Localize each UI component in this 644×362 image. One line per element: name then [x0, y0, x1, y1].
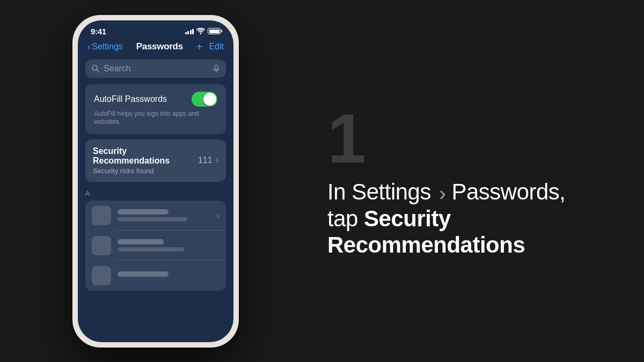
password-username [118, 247, 184, 252]
signal-bar-4 [192, 29, 194, 34]
autofill-description: AutoFill helps you sign into apps and we… [94, 110, 217, 127]
svg-line-1 [97, 70, 99, 72]
security-chevron-icon: › [216, 156, 218, 165]
instruction-text: In Settings › Passwords, tap Security Re… [327, 179, 617, 258]
password-details [118, 239, 219, 252]
phone-screen: 9:41 [78, 20, 233, 342]
mic-icon [213, 65, 219, 72]
password-chevron-icon: › [217, 211, 219, 220]
autofill-toggle[interactable] [192, 92, 217, 107]
signal-bar-3 [190, 30, 192, 34]
password-details [118, 271, 219, 279]
password-site-name [118, 271, 169, 277]
password-site-name [118, 209, 169, 215]
password-details [118, 209, 210, 221]
security-info: Security Recommendations Security risks … [93, 146, 198, 175]
phone-outer: 9:41 [72, 15, 239, 348]
instruction-line3: tap [327, 206, 364, 231]
search-icon [92, 65, 99, 72]
nav-edit-button[interactable]: Edit [209, 42, 224, 51]
nav-back-chevron-icon: ‹ [87, 42, 91, 51]
nav-title: Passwords [136, 41, 183, 52]
password-avatar [92, 266, 111, 285]
security-title: Security Recommendations [93, 146, 198, 166]
phone-notch [123, 20, 188, 35]
autofill-card: AutoFill Passwords AutoFill helps you si… [85, 84, 226, 134]
security-subtitle: Security risks found [93, 167, 198, 175]
password-avatar [92, 236, 111, 255]
password-item[interactable]: › [85, 201, 226, 231]
password-item[interactable] [85, 231, 226, 261]
search-container: Search [78, 57, 233, 84]
wifi-icon [196, 28, 205, 34]
section-header-a: A [78, 182, 233, 201]
autofill-row: AutoFill Passwords [94, 92, 217, 107]
password-avatar [92, 206, 111, 225]
svg-rect-2 [215, 65, 218, 69]
toggle-thumb [203, 93, 216, 106]
password-site-name [118, 239, 164, 245]
security-right: 111 › [198, 156, 218, 165]
instruction-line1: In Settings [327, 179, 437, 204]
nav-back-label: Settings [92, 42, 123, 51]
signal-bar-1 [185, 32, 187, 34]
nav-actions: + Edit [196, 41, 224, 52]
status-time: 9:41 [91, 27, 106, 36]
search-bar[interactable]: Search [85, 60, 226, 78]
battery-fill [209, 29, 219, 33]
security-count: 111 [198, 156, 213, 165]
nav-bar: ‹ Settings Passwords + Edit [78, 38, 233, 57]
password-item[interactable] [85, 261, 226, 291]
nav-back-button[interactable]: ‹ Settings [87, 42, 123, 51]
instruction-line2: Passwords, [445, 179, 565, 204]
password-list: › [85, 201, 226, 291]
step-number: 1 [327, 104, 617, 173]
left-panel: 9:41 [0, 0, 311, 362]
right-panel: 1 In Settings › Passwords, tap Security … [311, 82, 644, 280]
nav-add-button[interactable]: + [196, 41, 203, 52]
password-username [118, 217, 187, 221]
search-placeholder: Search [104, 64, 209, 73]
battery-icon [208, 28, 221, 34]
signal-bar-2 [187, 31, 189, 34]
autofill-label: AutoFill Passwords [94, 94, 167, 104]
security-recommendations-item[interactable]: Security Recommendations Security risks … [85, 139, 226, 182]
status-icons [185, 28, 221, 34]
instruction-chevron-icon: › [439, 183, 445, 204]
